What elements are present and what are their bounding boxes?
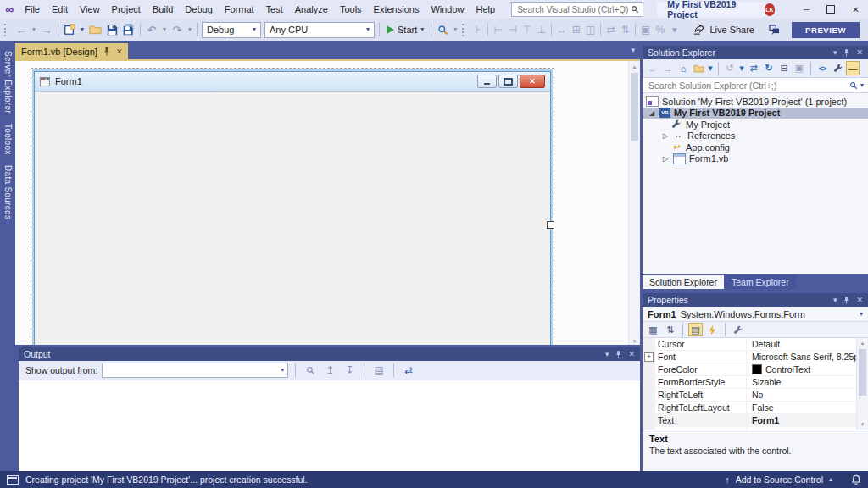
filter-dropdown-icon[interactable]: ▾ (738, 61, 745, 75)
sidebar-tab-toolbox[interactable]: Toolbox (3, 124, 13, 155)
sync-with-active-document-icon[interactable]: ⇄ (747, 61, 760, 75)
vertical-spacing-icon[interactable]: ⇅ (618, 22, 632, 37)
minimize-button[interactable]: ─ (794, 0, 819, 19)
new-project-dropdown-icon[interactable]: ▾ (78, 21, 86, 38)
expander-expanded-icon[interactable]: ◢ (648, 109, 656, 117)
output-content[interactable] (19, 380, 640, 471)
close-tab-icon[interactable]: ✕ (116, 47, 123, 56)
add-to-source-control-button[interactable]: Add to Source Control (736, 474, 823, 485)
source-control-dropdown-icon[interactable]: ▴ (829, 476, 832, 483)
events-icon[interactable] (705, 323, 720, 336)
menu-window[interactable]: Window (425, 0, 470, 19)
snap-to-grid-icon[interactable]: ⊦ (470, 22, 485, 37)
find-in-files-icon[interactable] (434, 21, 451, 38)
solution-search-box[interactable]: ▾ (643, 77, 868, 93)
bring-to-front-icon[interactable]: ▣ (638, 22, 653, 37)
show-all-files-icon[interactable]: — (846, 61, 860, 75)
navigate-back-dropdown-icon[interactable]: ▾ (30, 21, 38, 38)
align-lefts-icon[interactable]: ⊢ (491, 22, 505, 37)
menu-extensions[interactable]: Extensions (368, 0, 426, 19)
redo-icon[interactable]: ↷ (169, 21, 186, 38)
solution-configuration-dropdown[interactable]: Debug ▾ (202, 22, 261, 38)
toolbar-overflow-icon[interactable]: ▾ (451, 21, 459, 38)
switch-views-dropdown-icon[interactable]: ▾ (707, 61, 714, 75)
layout-toolbar-overflow-icon[interactable]: ▾ (667, 22, 682, 37)
menu-test[interactable]: Test (260, 0, 289, 19)
menu-analyze[interactable]: Analyze (289, 0, 334, 19)
close-button[interactable]: ✕ (843, 0, 868, 19)
tab-list-dropdown-icon[interactable]: ▾ (631, 46, 635, 54)
menu-view[interactable]: View (74, 0, 106, 19)
designer-vertical-scrollbar[interactable]: ▴ ▾ (628, 61, 640, 345)
tree-item-my-project[interactable]: My Project (643, 119, 868, 130)
properties-wrench-icon[interactable] (831, 61, 844, 75)
close-panel-icon[interactable]: ✕ (856, 297, 863, 304)
refresh-icon[interactable]: ↻ (762, 61, 776, 75)
menu-help[interactable]: Help (470, 0, 502, 19)
solution-search-input[interactable] (647, 80, 849, 92)
toolbar-grip[interactable] (4, 24, 10, 36)
new-project-icon[interactable] (61, 21, 78, 38)
close-panel-icon[interactable]: ✕ (628, 351, 635, 358)
home-icon[interactable]: ⌂ (676, 61, 690, 75)
next-message-icon[interactable]: ↧ (342, 363, 357, 378)
form-maximize-button[interactable] (498, 75, 518, 88)
notifications-bell-icon[interactable] (851, 474, 861, 485)
solution-explorer-header[interactable]: Solution Explorer ▾ ✕ (643, 46, 868, 59)
form-minimize-button[interactable] (477, 75, 497, 88)
expander-collapsed-icon[interactable]: ▷ (661, 155, 670, 163)
align-tops-icon[interactable]: ⊤ (520, 22, 534, 37)
categorized-icon[interactable]: ▦ (646, 323, 660, 336)
sidebar-tab-data-sources[interactable]: Data Sources (3, 165, 13, 219)
restore-button[interactable] (819, 0, 843, 19)
live-share-button[interactable]: Live Share (693, 25, 754, 35)
account-avatar[interactable]: LK (765, 3, 776, 16)
view-code-icon[interactable]: <> (815, 61, 829, 75)
undo-dropdown-icon[interactable]: ▾ (160, 21, 169, 38)
tab-solution-explorer[interactable]: Solution Explorer (643, 275, 724, 289)
solution-platform-dropdown[interactable]: Any CPU ▾ (264, 22, 375, 38)
clear-all-icon[interactable]: ▤ (371, 363, 387, 378)
property-row-forecolor[interactable]: ForeColor ControlText (643, 363, 857, 376)
form-titlebar[interactable]: Form1 ✕ (35, 72, 550, 92)
sidebar-tab-server-explorer[interactable]: Server Explorer (3, 51, 13, 114)
expand-icon[interactable]: + (644, 352, 654, 362)
property-row-usewaitcursor[interactable]: UseWaitCursor False (643, 427, 857, 430)
toggle-word-wrap-icon[interactable]: ⇄ (401, 363, 416, 378)
property-row-righttoleft[interactable]: RightToLeft No (643, 389, 857, 402)
toolbar-grip[interactable] (462, 24, 468, 36)
align-rights-icon[interactable]: ⊣ (505, 22, 520, 37)
form-close-button[interactable]: ✕ (520, 75, 545, 88)
property-pages-wrench-icon[interactable] (731, 323, 745, 336)
pending-changes-filter-icon[interactable]: ↺ (723, 61, 737, 75)
switch-views-icon[interactable] (692, 61, 705, 75)
save-all-icon[interactable] (120, 21, 137, 38)
forms-designer-surface[interactable]: Form1 ✕ ▴ ▾ (15, 59, 640, 345)
close-panel-icon[interactable]: ✕ (856, 49, 863, 57)
properties-scrollbar[interactable]: ▴ ▾ (856, 338, 868, 430)
save-icon[interactable] (103, 21, 120, 38)
designed-form-window[interactable]: Form1 ✕ (34, 71, 551, 345)
property-row-formborderstyle[interactable]: FormBorderStyle Sizable (643, 376, 857, 389)
tree-item-solution[interactable]: Solution 'My First VB2019 Project' (1 pr… (643, 96, 868, 108)
quick-search-box[interactable] (511, 2, 643, 17)
navigate-back-icon[interactable]: ← (13, 21, 30, 38)
tree-item-form1-vb[interactable]: ▷ Form1.vb (643, 153, 868, 165)
undo-icon[interactable]: ↶ (143, 21, 160, 38)
preview-features-button[interactable]: PREVIEW (792, 22, 860, 38)
pin-icon[interactable] (615, 351, 621, 358)
window-position-dropdown-icon[interactable]: ▾ (833, 49, 837, 57)
navigate-forward-icon[interactable]: → (38, 21, 55, 38)
pin-icon[interactable] (843, 49, 849, 57)
window-position-dropdown-icon[interactable]: ▾ (605, 351, 609, 358)
properties-view-icon[interactable]: ▤ (688, 323, 703, 336)
pin-icon[interactable] (843, 297, 849, 304)
menu-tools[interactable]: Tools (334, 0, 368, 19)
property-row-font[interactable]: + Font Microsoft Sans Serif, 8.25pt (643, 351, 857, 363)
menu-file[interactable]: File (19, 0, 46, 19)
scrollbar-thumb[interactable] (859, 349, 866, 396)
scroll-down-icon[interactable]: ▾ (857, 419, 868, 430)
scroll-up-icon[interactable]: ▴ (629, 61, 640, 72)
tree-item-app-config[interactable]: ↩ App.config (643, 141, 868, 153)
alphabetical-icon[interactable]: ⇅ (663, 323, 677, 336)
